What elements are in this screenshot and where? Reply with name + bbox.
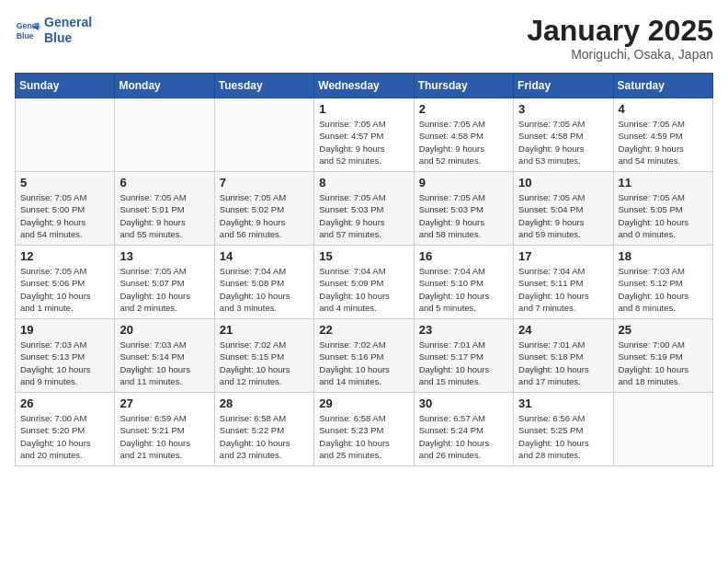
day-number: 17 — [518, 249, 608, 263]
day-info: Sunrise: 7:05 AM Sunset: 5:04 PM Dayligh… — [518, 191, 608, 240]
day-number: 9 — [419, 176, 508, 190]
day-number: 31 — [518, 396, 608, 410]
day-info: Sunrise: 7:05 AM Sunset: 4:57 PM Dayligh… — [319, 118, 408, 167]
day-number: 4 — [619, 102, 708, 116]
day-number: 5 — [20, 176, 109, 190]
day-info: Sunrise: 7:04 AM Sunset: 5:11 PM Dayligh… — [518, 265, 608, 314]
day-number: 10 — [518, 176, 608, 190]
day-number: 27 — [119, 396, 209, 410]
day-info: Sunrise: 7:05 AM Sunset: 5:02 PM Dayligh… — [220, 191, 309, 240]
logo-text: General Blue — [44, 15, 92, 46]
day-info: Sunrise: 6:58 AM Sunset: 5:22 PM Dayligh… — [220, 412, 309, 461]
day-number: 8 — [319, 176, 408, 190]
month-title: January 2025 — [527, 15, 713, 47]
calendar-cell: 12Sunrise: 7:05 AM Sunset: 5:06 PM Dayli… — [16, 246, 115, 319]
calendar-cell: 26Sunrise: 7:00 AM Sunset: 5:20 PM Dayli… — [16, 393, 115, 466]
day-info: Sunrise: 7:02 AM Sunset: 5:16 PM Dayligh… — [319, 339, 408, 387]
calendar-cell: 13Sunrise: 7:05 AM Sunset: 5:07 PM Dayli… — [115, 246, 214, 319]
day-info: Sunrise: 7:03 AM Sunset: 5:12 PM Dayligh… — [619, 265, 708, 314]
week-row-1: 1Sunrise: 7:05 AM Sunset: 4:57 PM Daylig… — [16, 98, 713, 172]
day-info: Sunrise: 7:03 AM Sunset: 5:13 PM Dayligh… — [20, 339, 109, 387]
day-info: Sunrise: 7:05 AM Sunset: 5:03 PM Dayligh… — [319, 191, 408, 240]
day-info: Sunrise: 7:05 AM Sunset: 5:05 PM Dayligh… — [619, 191, 708, 240]
day-info: Sunrise: 7:02 AM Sunset: 5:15 PM Dayligh… — [220, 339, 309, 387]
day-number: 21 — [220, 323, 309, 337]
calendar-cell: 30Sunrise: 6:57 AM Sunset: 5:24 PM Dayli… — [414, 393, 513, 466]
logo: General Blue General Blue — [15, 15, 92, 46]
calendar-cell: 7Sunrise: 7:05 AM Sunset: 5:02 PM Daylig… — [214, 172, 313, 246]
day-number: 15 — [319, 249, 408, 263]
day-number: 18 — [619, 249, 708, 263]
week-row-5: 26Sunrise: 7:00 AM Sunset: 5:20 PM Dayli… — [16, 393, 713, 466]
calendar-cell: 2Sunrise: 7:05 AM Sunset: 4:58 PM Daylig… — [414, 98, 513, 172]
day-number: 6 — [119, 176, 209, 190]
calendar-cell: 19Sunrise: 7:03 AM Sunset: 5:13 PM Dayli… — [16, 319, 115, 393]
day-info: Sunrise: 7:05 AM Sunset: 4:59 PM Dayligh… — [619, 118, 708, 167]
calendar-cell: 16Sunrise: 7:04 AM Sunset: 5:10 PM Dayli… — [414, 246, 513, 319]
week-row-3: 12Sunrise: 7:05 AM Sunset: 5:06 PM Dayli… — [16, 246, 713, 319]
day-info: Sunrise: 7:05 AM Sunset: 5:01 PM Dayligh… — [119, 191, 209, 240]
calendar-cell: 27Sunrise: 6:59 AM Sunset: 5:21 PM Dayli… — [115, 393, 214, 466]
day-number: 3 — [518, 102, 608, 116]
logo-icon: General Blue — [15, 17, 40, 43]
day-number: 12 — [20, 249, 109, 263]
calendar-cell: 6Sunrise: 7:05 AM Sunset: 5:01 PM Daylig… — [115, 172, 214, 246]
day-number: 11 — [619, 176, 708, 190]
day-info: Sunrise: 7:03 AM Sunset: 5:14 PM Dayligh… — [119, 339, 209, 387]
calendar-cell: 11Sunrise: 7:05 AM Sunset: 5:05 PM Dayli… — [613, 172, 712, 246]
day-info: Sunrise: 7:04 AM Sunset: 5:08 PM Dayligh… — [220, 265, 309, 314]
day-number: 20 — [119, 323, 209, 337]
weekday-header-saturday: Saturday — [613, 74, 712, 98]
calendar-cell: 18Sunrise: 7:03 AM Sunset: 5:12 PM Dayli… — [613, 246, 712, 319]
day-info: Sunrise: 7:00 AM Sunset: 5:20 PM Dayligh… — [20, 412, 109, 461]
day-number: 16 — [419, 249, 508, 263]
day-info: Sunrise: 6:58 AM Sunset: 5:23 PM Dayligh… — [319, 412, 408, 461]
calendar-cell: 21Sunrise: 7:02 AM Sunset: 5:15 PM Dayli… — [214, 319, 313, 393]
day-info: Sunrise: 6:59 AM Sunset: 5:21 PM Dayligh… — [119, 412, 209, 461]
day-number: 23 — [419, 323, 508, 337]
day-info: Sunrise: 7:05 AM Sunset: 4:58 PM Dayligh… — [518, 118, 608, 167]
logo-line1: General — [44, 15, 92, 29]
svg-text:Blue: Blue — [17, 31, 34, 40]
week-row-4: 19Sunrise: 7:03 AM Sunset: 5:13 PM Dayli… — [16, 319, 713, 393]
day-info: Sunrise: 7:04 AM Sunset: 5:09 PM Dayligh… — [319, 265, 408, 314]
calendar-cell: 8Sunrise: 7:05 AM Sunset: 5:03 PM Daylig… — [314, 172, 414, 246]
day-number: 30 — [419, 396, 508, 410]
day-number: 29 — [319, 396, 408, 410]
day-number: 19 — [20, 323, 109, 337]
week-row-2: 5Sunrise: 7:05 AM Sunset: 5:00 PM Daylig… — [16, 172, 713, 246]
day-number: 22 — [319, 323, 408, 337]
weekday-header-monday: Monday — [115, 74, 214, 98]
calendar-cell: 24Sunrise: 7:01 AM Sunset: 5:18 PM Dayli… — [514, 319, 613, 393]
calendar-cell: 4Sunrise: 7:05 AM Sunset: 4:59 PM Daylig… — [613, 98, 712, 172]
weekday-header-sunday: Sunday — [16, 74, 115, 98]
day-number: 13 — [119, 249, 209, 263]
calendar-cell: 29Sunrise: 6:58 AM Sunset: 5:23 PM Dayli… — [314, 393, 414, 466]
day-info: Sunrise: 7:05 AM Sunset: 5:07 PM Dayligh… — [119, 265, 209, 314]
day-info: Sunrise: 7:01 AM Sunset: 5:18 PM Dayligh… — [518, 339, 608, 387]
title-block: January 2025 Moriguchi, Osaka, Japan — [527, 15, 713, 62]
day-info: Sunrise: 7:05 AM Sunset: 5:00 PM Dayligh… — [20, 191, 109, 240]
location: Moriguchi, Osaka, Japan — [527, 47, 713, 62]
weekday-header-tuesday: Tuesday — [214, 74, 313, 98]
day-info: Sunrise: 7:05 AM Sunset: 5:03 PM Dayligh… — [419, 191, 508, 240]
calendar-cell: 5Sunrise: 7:05 AM Sunset: 5:00 PM Daylig… — [16, 172, 115, 246]
page-header: General Blue General Blue January 2025 M… — [15, 15, 713, 62]
calendar-cell: 20Sunrise: 7:03 AM Sunset: 5:14 PM Dayli… — [115, 319, 214, 393]
day-number: 14 — [220, 249, 309, 263]
calendar-cell: 14Sunrise: 7:04 AM Sunset: 5:08 PM Dayli… — [214, 246, 313, 319]
day-info: Sunrise: 6:56 AM Sunset: 5:25 PM Dayligh… — [518, 412, 608, 461]
day-number: 24 — [518, 323, 608, 337]
weekday-header-wednesday: Wednesday — [314, 74, 414, 98]
calendar-cell — [214, 98, 313, 172]
weekday-header-thursday: Thursday — [414, 74, 513, 98]
calendar-table: SundayMondayTuesdayWednesdayThursdayFrid… — [15, 73, 713, 466]
day-number: 2 — [419, 102, 508, 116]
calendar-cell: 23Sunrise: 7:01 AM Sunset: 5:17 PM Dayli… — [414, 319, 513, 393]
calendar-cell: 1Sunrise: 7:05 AM Sunset: 4:57 PM Daylig… — [314, 98, 414, 172]
calendar-cell: 28Sunrise: 6:58 AM Sunset: 5:22 PM Dayli… — [214, 393, 313, 466]
calendar-cell — [613, 393, 712, 466]
calendar-cell: 3Sunrise: 7:05 AM Sunset: 4:58 PM Daylig… — [514, 98, 613, 172]
day-number: 25 — [619, 323, 708, 337]
day-info: Sunrise: 7:05 AM Sunset: 4:58 PM Dayligh… — [419, 118, 508, 167]
